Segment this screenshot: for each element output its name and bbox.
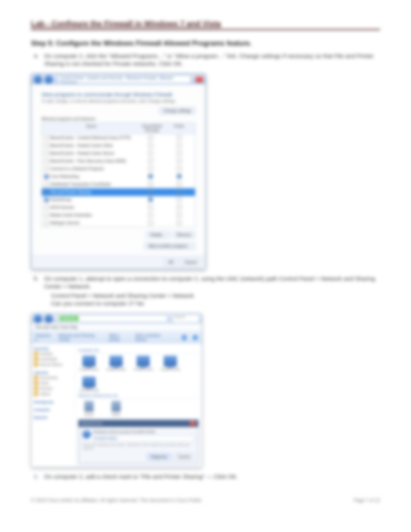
program-row[interactable]: Core Networking [42, 173, 195, 181]
computer-item[interactable]: COMPUTER4 [159, 356, 181, 371]
nav-back-icon[interactable] [34, 75, 42, 84]
checkbox-icon[interactable] [177, 205, 182, 210]
sidebar-group[interactable]: Network [34, 416, 48, 419]
checkbox-icon[interactable] [177, 166, 182, 171]
checkbox-icon[interactable] [177, 220, 182, 225]
checkbox-icon[interactable] [177, 189, 182, 194]
checkbox-icon[interactable] [148, 197, 153, 202]
cancel-button[interactable]: Cancel [180, 259, 201, 266]
close-icon[interactable] [190, 421, 196, 426]
checkbox-icon[interactable] [177, 135, 182, 140]
menu-bar[interactable]: File Edit View Tools Help [31, 324, 202, 331]
checkbox-icon[interactable] [148, 220, 153, 225]
address-bar[interactable]: Control Panel › System and Security › Wi… [58, 75, 191, 84]
search-input[interactable]: Search [172, 314, 199, 323]
change-settings-button[interactable]: Change settings [159, 107, 195, 114]
program-row[interactable]: File and Printer Sharing [42, 188, 195, 196]
toolbar-nsc[interactable]: Network and Sharing Center [58, 333, 103, 342]
sidebar-item[interactable]: Recent Places [34, 362, 72, 367]
sidebar-item[interactable]: Documents [34, 375, 72, 380]
close-icon[interactable] [195, 76, 203, 82]
nav-fwd-icon[interactable] [45, 75, 53, 84]
checkbox-icon[interactable] [44, 143, 49, 148]
checkbox-icon[interactable] [177, 159, 182, 163]
checkbox-icon[interactable] [148, 166, 153, 171]
computer-item[interactable]: COMPUTER3 [132, 356, 154, 371]
checkbox-icon[interactable] [44, 151, 49, 156]
program-row[interactable]: Distributed Transaction Coordinator [42, 181, 195, 188]
checkbox-icon[interactable] [148, 205, 153, 210]
allow-another-button[interactable]: Allow another program… [144, 242, 195, 250]
diagnose-button[interactable]: Diagnose [147, 453, 171, 460]
checkbox-icon[interactable] [177, 151, 182, 155]
nav-back-icon[interactable] [34, 314, 42, 323]
checkbox-icon[interactable] [44, 159, 49, 164]
sidebar-item[interactable]: Videos [34, 392, 72, 396]
program-row[interactable]: Netlogon Service [42, 219, 195, 227]
checkbox-icon[interactable] [44, 198, 49, 202]
checkbox-icon[interactable] [177, 197, 182, 202]
program-row[interactable]: iSCSI Service [42, 204, 195, 211]
cancel-button[interactable]: Cancel [174, 453, 194, 460]
toolbar-organize[interactable]: Organize ▾ [35, 333, 52, 342]
help-icon[interactable] [193, 335, 198, 340]
sidebar-item[interactable]: Music [34, 381, 72, 385]
checkbox-icon[interactable] [44, 213, 49, 218]
checkbox-icon[interactable] [148, 174, 153, 179]
program-row[interactable]: Connect to a Network Projector [42, 165, 195, 173]
program-row[interactable]: BranchCache - Peer Discovery (Uses WSD) [42, 157, 195, 165]
checkbox-icon[interactable] [177, 213, 182, 217]
checkbox-icon[interactable] [44, 205, 49, 210]
computer-item[interactable]: COMPUTER2 [105, 356, 127, 371]
dialog-hint: Check the spelling of the name. Otherwis… [82, 443, 194, 450]
folder-icon [34, 375, 38, 380]
sidebar-group[interactable]: Favorites [34, 347, 49, 351]
device-item[interactable]: Router [78, 401, 100, 416]
sidebar-group[interactable]: Homegroup [34, 400, 53, 404]
program-row[interactable]: BranchCache - Content Retrieval (Uses HT… [42, 134, 195, 142]
program-row[interactable]: HomeGroup [42, 196, 195, 204]
checkbox-icon[interactable] [44, 182, 49, 187]
toolbar-add-printer[interactable]: Add a printer [109, 333, 129, 342]
checkbox-icon[interactable] [148, 159, 153, 163]
details-button[interactable]: Details… [146, 231, 170, 239]
folder-icon [34, 381, 38, 385]
address-bar[interactable]: Network [58, 315, 168, 322]
checkbox-icon[interactable] [148, 213, 153, 217]
sidebar-item[interactable]: Pictures [34, 386, 72, 391]
sidebar-group[interactable]: Libraries [34, 371, 48, 375]
checkbox-icon[interactable] [148, 151, 153, 155]
computer-item[interactable]: COMPUTER5 [78, 377, 100, 392]
sidebar-item[interactable]: Desktop [34, 351, 72, 356]
checkbox-icon[interactable] [177, 182, 182, 186]
checkbox-icon[interactable] [44, 190, 49, 194]
program-row[interactable]: BranchCache - Hosted Cache Server [42, 150, 195, 157]
remove-button[interactable]: Remove [173, 231, 195, 239]
sidebar-group[interactable]: Computer [34, 408, 50, 412]
checkbox-icon[interactable] [44, 136, 49, 140]
panel-subtitle: To add, change, or remove allowed progra… [41, 99, 195, 103]
checkbox-icon[interactable] [148, 182, 153, 186]
checkbox-icon[interactable] [44, 221, 49, 225]
checkbox-icon[interactable] [148, 143, 153, 148]
checkbox-icon[interactable] [44, 167, 49, 171]
ok-button[interactable]: OK [164, 259, 178, 266]
view-icon[interactable] [182, 335, 187, 340]
allowed-programs-list[interactable]: Name Home/Work (Private) Public BranchCa… [41, 123, 195, 227]
step-text-a: On computer 2, click the "Allowed Progra… [44, 52, 380, 68]
sidebar-item[interactable]: Downloads [34, 357, 72, 361]
nav-fwd-icon[interactable] [45, 314, 53, 323]
nav-sidebar[interactable]: FavoritesDesktopDownloadsRecent PlacesLi… [31, 344, 75, 467]
checkbox-icon[interactable] [177, 174, 182, 179]
program-row[interactable]: BranchCache - Hosted Cache Client [42, 142, 195, 150]
checkbox-icon[interactable] [177, 143, 182, 148]
computer-item[interactable]: COMPUTER1 [78, 356, 100, 371]
checkbox-icon[interactable] [148, 189, 153, 194]
checkbox-icon[interactable] [44, 174, 49, 179]
checkbox-icon[interactable] [148, 135, 153, 140]
program-row[interactable]: Media Center Extenders [42, 211, 195, 219]
device-item[interactable]: Switch [105, 401, 127, 416]
indent-line: Control Panel > Network and Sharing Cent… [51, 292, 380, 300]
toolbar-add-wireless[interactable]: Add a wireless device [135, 333, 170, 342]
window-titlebar: Control Panel › System and Security › Wi… [31, 74, 206, 85]
